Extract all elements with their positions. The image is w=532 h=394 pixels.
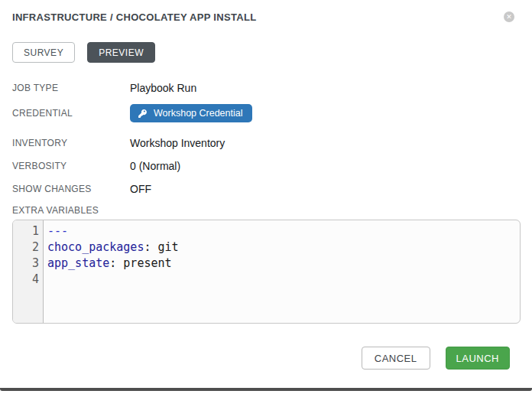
extra-variables-editor[interactable]: 1234 ---choco_packages: gitapp_state: pr… [12,220,521,324]
code-line: --- [47,223,520,239]
field-value: Playbook Run [130,82,196,94]
job-launch-preview-modal: INFRASTRUCTURE / CHOCOLATEY APP INSTALL … [0,0,532,388]
extra-variables-label: EXTRA VARIABLES [12,205,520,216]
editor-line-number-gutter: 1234 [13,220,44,323]
code-line: choco_packages: git [47,239,520,256]
field-row-inventory: INVENTORY Workshop Inventory [12,136,520,149]
field-value: Workshop Credential [130,104,252,122]
field-row-credential: CREDENTIAL Workshop Credential [12,104,520,122]
field-value: 0 (Normal) [130,160,180,172]
cancel-button[interactable]: CANCEL [362,347,430,370]
key-icon [138,109,148,119]
page-bottom-edge [0,388,532,391]
line-number: 2 [13,239,39,256]
code-token-key: choco_packages [47,240,144,254]
field-row-job-type: JOB TYPE Playbook Run [12,81,520,94]
close-icon[interactable]: ✕ [504,11,514,22]
page: { "modal": { "title": "INFRASTRUCTURE / … [0,0,532,394]
tab-preview[interactable]: PREVIEW [87,42,155,63]
field-value: Workshop Inventory [130,137,225,149]
code-token-meta: --- [47,224,68,238]
field-label: SHOW CHANGES [12,184,130,194]
tab-bar: SURVEYPREVIEW [12,42,520,63]
field-value: OFF [130,183,151,195]
code-line [47,272,520,288]
modal-title: INFRASTRUCTURE / CHOCOLATEY APP INSTALL [12,11,520,23]
line-number: 4 [13,272,39,288]
field-label: JOB TYPE [12,83,130,93]
code-line: app_state: present [47,256,520,272]
credential-tag-label: Workshop Credential [154,108,243,119]
editor-code-area[interactable]: ---choco_packages: gitapp_state: present [44,220,520,323]
modal-header: INFRASTRUCTURE / CHOCOLATEY APP INSTALL … [12,0,520,23]
field-row-verbosity: VERBOSITY 0 (Normal) [12,159,520,172]
field-label: INVENTORY [12,138,130,148]
field-row-show-changes: SHOW CHANGES OFF [12,182,520,195]
job-detail-fields: JOB TYPE Playbook Run CREDENTIAL Worksho… [12,81,520,195]
code-token-plain: : present [109,256,171,270]
field-label: CREDENTIAL [12,108,130,119]
field-label: VERBOSITY [12,161,130,171]
tab-survey[interactable]: SURVEY [12,42,75,63]
line-number: 1 [13,223,39,239]
code-token-key: app_state [47,256,109,270]
credential-tag[interactable]: Workshop Credential [130,104,252,122]
launch-button[interactable]: LAUNCH [446,347,510,370]
code-token-plain: : git [144,240,178,254]
line-number: 3 [13,256,39,272]
modal-footer: CANCEL LAUNCH [362,347,510,370]
